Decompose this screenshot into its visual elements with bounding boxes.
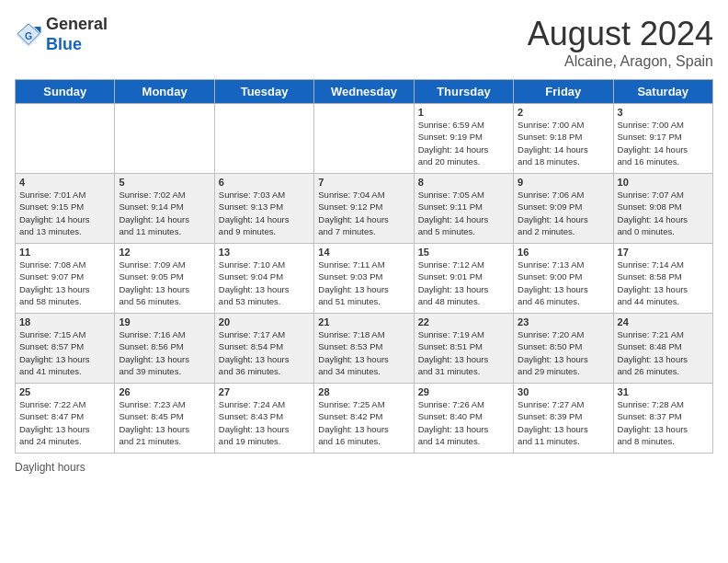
day-number: 7: [318, 177, 409, 188]
title-block: August 2024 Alcaine, Aragon, Spain: [528, 15, 713, 70]
day-number: 20: [219, 316, 310, 327]
day-info: Sunrise: 7:14 AM Sunset: 8:58 PM Dayligh…: [618, 259, 709, 307]
day-number: 17: [618, 247, 709, 258]
calendar-cell: 11Sunrise: 7:08 AM Sunset: 9:07 PM Dayli…: [16, 244, 115, 314]
calendar-cell: 2Sunrise: 7:00 AM Sunset: 9:18 PM Daylig…: [514, 104, 613, 174]
calendar-cell: [16, 104, 115, 174]
day-info: Sunrise: 7:01 AM Sunset: 9:15 PM Dayligh…: [19, 189, 110, 237]
calendar-cell: 29Sunrise: 7:26 AM Sunset: 8:40 PM Dayli…: [414, 384, 513, 454]
week-row-4: 18Sunrise: 7:15 AM Sunset: 8:57 PM Dayli…: [16, 314, 713, 384]
day-info: Sunrise: 7:05 AM Sunset: 9:11 PM Dayligh…: [418, 189, 509, 237]
day-info: Sunrise: 7:16 AM Sunset: 8:56 PM Dayligh…: [119, 328, 210, 377]
day-info: Sunrise: 7:18 AM Sunset: 8:53 PM Dayligh…: [318, 328, 409, 377]
day-number: 11: [19, 247, 110, 258]
day-info: Sunrise: 7:03 AM Sunset: 9:13 PM Dayligh…: [219, 189, 310, 237]
day-info: Sunrise: 7:13 AM Sunset: 9:00 PM Dayligh…: [518, 259, 609, 307]
logo-general: General: [46, 15, 108, 35]
calendar-cell: 19Sunrise: 7:16 AM Sunset: 8:56 PM Dayli…: [115, 314, 214, 384]
day-number: 21: [318, 316, 409, 327]
day-info: Sunrise: 7:12 AM Sunset: 9:01 PM Dayligh…: [418, 259, 509, 307]
day-info: Sunrise: 7:04 AM Sunset: 9:12 PM Dayligh…: [318, 189, 409, 237]
day-info: Sunrise: 7:24 AM Sunset: 8:43 PM Dayligh…: [219, 398, 310, 447]
day-number: 24: [618, 316, 709, 327]
day-info: Sunrise: 7:00 AM Sunset: 9:17 PM Dayligh…: [618, 119, 709, 167]
weekday-header-wednesday: Wednesday: [314, 80, 414, 104]
day-info: Sunrise: 7:00 AM Sunset: 9:18 PM Dayligh…: [518, 119, 609, 167]
day-info: Sunrise: 7:19 AM Sunset: 8:51 PM Dayligh…: [418, 328, 509, 377]
day-info: Sunrise: 7:21 AM Sunset: 8:48 PM Dayligh…: [618, 328, 709, 377]
weekday-header-sunday: Sunday: [16, 80, 115, 104]
day-number: 18: [19, 316, 110, 327]
day-info: Sunrise: 7:22 AM Sunset: 8:47 PM Dayligh…: [19, 398, 110, 447]
weekday-header-saturday: Saturday: [613, 80, 712, 104]
calendar-cell: 20Sunrise: 7:17 AM Sunset: 8:54 PM Dayli…: [214, 314, 313, 384]
week-row-2: 4Sunrise: 7:01 AM Sunset: 9:15 PM Daylig…: [16, 174, 713, 244]
calendar-cell: 10Sunrise: 7:07 AM Sunset: 9:08 PM Dayli…: [613, 174, 712, 244]
day-number: 15: [418, 247, 509, 258]
day-number: 1: [418, 107, 509, 118]
day-number: 10: [618, 177, 709, 188]
day-number: 4: [19, 177, 110, 188]
calendar-cell: 3Sunrise: 7:00 AM Sunset: 9:17 PM Daylig…: [613, 104, 712, 174]
day-number: 29: [418, 386, 509, 397]
calendar-cell: [115, 104, 214, 174]
day-info: Sunrise: 7:27 AM Sunset: 8:39 PM Dayligh…: [518, 398, 609, 447]
week-row-1: 1Sunrise: 6:59 AM Sunset: 9:19 PM Daylig…: [16, 104, 713, 174]
calendar-cell: 13Sunrise: 7:10 AM Sunset: 9:04 PM Dayli…: [214, 244, 313, 314]
subtitle: Alcaine, Aragon, Spain: [528, 53, 713, 70]
calendar-cell: 6Sunrise: 7:03 AM Sunset: 9:13 PM Daylig…: [214, 174, 313, 244]
day-number: 3: [618, 107, 709, 118]
calendar-cell: 30Sunrise: 7:27 AM Sunset: 8:39 PM Dayli…: [514, 384, 613, 454]
day-info: Sunrise: 7:15 AM Sunset: 8:57 PM Dayligh…: [19, 328, 110, 377]
calendar-cell: 16Sunrise: 7:13 AM Sunset: 9:00 PM Dayli…: [514, 244, 613, 314]
calendar-cell: 23Sunrise: 7:20 AM Sunset: 8:50 PM Dayli…: [514, 314, 613, 384]
calendar-cell: 1Sunrise: 6:59 AM Sunset: 9:19 PM Daylig…: [414, 104, 513, 174]
day-number: 22: [418, 316, 509, 327]
calendar-cell: 31Sunrise: 7:28 AM Sunset: 8:37 PM Dayli…: [613, 384, 712, 454]
day-info: Sunrise: 7:11 AM Sunset: 9:03 PM Dayligh…: [318, 259, 409, 307]
svg-text:G: G: [25, 29, 32, 40]
day-number: 9: [518, 177, 609, 188]
header: G General Blue August 2024 Alcaine, Arag…: [15, 15, 713, 70]
day-number: 12: [119, 247, 210, 258]
logo: G General Blue: [15, 15, 108, 54]
weekday-header-tuesday: Tuesday: [214, 80, 313, 104]
day-number: 26: [119, 386, 210, 397]
day-info: Sunrise: 7:25 AM Sunset: 8:42 PM Dayligh…: [318, 398, 409, 447]
day-info: Sunrise: 7:26 AM Sunset: 8:40 PM Dayligh…: [418, 398, 509, 447]
weekday-header-thursday: Thursday: [414, 80, 513, 104]
weekday-header-row: SundayMondayTuesdayWednesdayThursdayFrid…: [16, 80, 713, 104]
day-number: 13: [219, 247, 310, 258]
day-number: 6: [219, 177, 310, 188]
logo-blue: Blue: [46, 35, 108, 55]
calendar-cell: 26Sunrise: 7:23 AM Sunset: 8:45 PM Dayli…: [115, 384, 214, 454]
day-number: 30: [518, 386, 609, 397]
day-info: Sunrise: 7:07 AM Sunset: 9:08 PM Dayligh…: [618, 189, 709, 237]
page: G General Blue August 2024 Alcaine, Arag…: [0, 0, 728, 563]
day-number: 23: [518, 316, 609, 327]
day-info: Sunrise: 7:06 AM Sunset: 9:09 PM Dayligh…: [518, 189, 609, 237]
calendar-cell: 15Sunrise: 7:12 AM Sunset: 9:01 PM Dayli…: [414, 244, 513, 314]
day-number: 28: [318, 386, 409, 397]
week-row-5: 25Sunrise: 7:22 AM Sunset: 8:47 PM Dayli…: [16, 384, 713, 454]
footer-note: Daylight hours: [15, 461, 713, 474]
calendar-cell: 27Sunrise: 7:24 AM Sunset: 8:43 PM Dayli…: [214, 384, 313, 454]
main-title: August 2024: [528, 15, 713, 53]
day-number: 8: [418, 177, 509, 188]
calendar-cell: [214, 104, 313, 174]
day-info: Sunrise: 6:59 AM Sunset: 9:19 PM Dayligh…: [418, 119, 509, 167]
calendar-cell: 28Sunrise: 7:25 AM Sunset: 8:42 PM Dayli…: [314, 384, 414, 454]
day-number: 31: [618, 386, 709, 397]
day-number: 25: [19, 386, 110, 397]
calendar-cell: 12Sunrise: 7:09 AM Sunset: 9:05 PM Dayli…: [115, 244, 214, 314]
calendar-cell: 7Sunrise: 7:04 AM Sunset: 9:12 PM Daylig…: [314, 174, 414, 244]
week-row-3: 11Sunrise: 7:08 AM Sunset: 9:07 PM Dayli…: [16, 244, 713, 314]
weekday-header-friday: Friday: [514, 80, 613, 104]
day-info: Sunrise: 7:08 AM Sunset: 9:07 PM Dayligh…: [19, 259, 110, 307]
calendar-cell: 14Sunrise: 7:11 AM Sunset: 9:03 PM Dayli…: [314, 244, 414, 314]
day-number: 19: [119, 316, 210, 327]
day-number: 16: [518, 247, 609, 258]
weekday-header-monday: Monday: [115, 80, 214, 104]
day-info: Sunrise: 7:23 AM Sunset: 8:45 PM Dayligh…: [119, 398, 210, 447]
day-number: 2: [518, 107, 609, 118]
